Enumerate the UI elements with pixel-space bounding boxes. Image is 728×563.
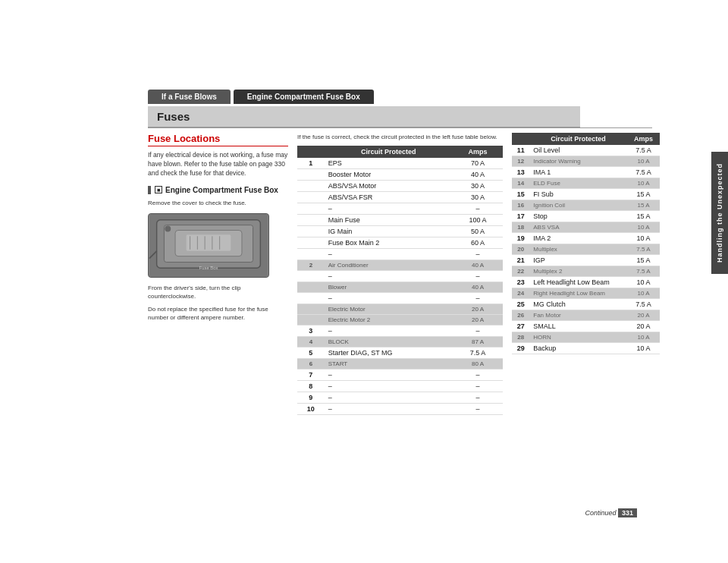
table-cell-num: 11	[512, 145, 529, 156]
table-row: ––	[297, 271, 503, 282]
table-cell-circuit: Main Fuse	[325, 215, 453, 226]
table-cell-amps: 70 A	[453, 158, 503, 169]
table-cell-group: 10	[297, 404, 325, 415]
table-row: 16Ignition Coil15 A	[512, 200, 660, 211]
table-cell-circuit: –	[325, 381, 453, 392]
table-row: Electric Motor 220 A	[297, 315, 503, 326]
engine-compartment-title: ■ Engine Compartment Fuse Box	[148, 186, 288, 194]
table-cell-amps: 20 A	[453, 315, 503, 326]
table-cell-amps: 7.5 A	[627, 145, 660, 156]
table-row: 3––	[297, 326, 503, 337]
table-cell-num: 17	[512, 211, 529, 222]
table-cell-circuit: SMALL	[529, 321, 627, 332]
table-cell-circuit: ELD Fuse	[529, 178, 627, 189]
table-row: 10––	[297, 404, 503, 415]
table-cell-num: 13	[512, 167, 529, 178]
table-cell-group	[297, 169, 325, 181]
table-cell-circuit: –	[325, 249, 453, 260]
engine-sub-text: Remove the cover to check the fuse.	[148, 199, 288, 207]
table-row: ABS/VSA FSR30 A	[297, 192, 503, 203]
table-cell-amps: 30 A	[453, 192, 503, 203]
table-row: 28HORN10 A	[512, 332, 660, 343]
table-row: 5Starter DIAG, ST MG7.5 A	[297, 348, 503, 359]
table-cell-num: 20	[512, 244, 529, 255]
table-cell-amps: 7.5 A	[627, 167, 660, 178]
table-cell-amps: 40 A	[453, 260, 503, 271]
table-cell-num: 29	[512, 343, 529, 354]
table-row: 2Air Conditioner40 A	[297, 260, 503, 271]
table-cell-group	[297, 192, 325, 203]
table-cell-amps: –	[453, 392, 503, 404]
right-sidebar: Handling the Unexpected	[664, 152, 728, 563]
table-cell-group: 6	[297, 359, 325, 370]
table-row: 24Right Headlight Low Beam10 A	[512, 288, 660, 299]
table-cell-num: 18	[512, 222, 529, 233]
table-cell-amps: 7.5 A	[627, 244, 660, 255]
table-cell-amps: 100 A	[453, 215, 503, 226]
table-row: 15FI Sub15 A	[512, 189, 660, 200]
table-row: 7––	[297, 370, 503, 381]
table-cell-circuit: Ignition Coil	[529, 200, 627, 211]
table-cell-circuit: ABS/VSA Motor	[325, 181, 453, 192]
right-table-col-amps: Amps	[627, 133, 660, 145]
table-cell-group	[297, 282, 325, 293]
table-cell-circuit: Indicator Warning	[529, 156, 627, 167]
table-cell-circuit: Stop	[529, 211, 627, 222]
table-cell-amps: 7.5 A	[627, 299, 660, 310]
table-cell-circuit: Fan Motor	[529, 310, 627, 321]
table-row: 25MG Clutch7.5 A	[512, 299, 660, 310]
table-cell-circuit: BLOCK	[325, 337, 453, 348]
table-cell-group: 7	[297, 370, 325, 381]
table-cell-circuit: ABS VSA	[529, 222, 627, 233]
table-cell-group	[297, 293, 325, 304]
table-cell-num: 24	[512, 288, 529, 299]
left-table-col-circuit: Circuit Protected	[325, 146, 453, 158]
table-cell-circuit: START	[325, 359, 453, 370]
table-cell-group	[297, 249, 325, 260]
table-cell-amps: 10 A	[627, 178, 660, 189]
table-cell-group	[297, 304, 325, 315]
fuse-box-note: Do not replace the specified fuse for th…	[148, 305, 288, 322]
table-cell-circuit: Right Headlight Low Beam	[529, 288, 627, 299]
table-cell-num: 15	[512, 189, 529, 200]
table-cell-circuit: Backup	[529, 343, 627, 354]
table-cell-circuit: Left Headlight Low Beam	[529, 277, 627, 288]
table-cell-circuit: –	[325, 404, 453, 415]
table-cell-amps: 10 A	[627, 288, 660, 299]
right-col: Circuit Protected Amps 11Oil Level7.5 A1…	[512, 133, 660, 502]
tab-engine-compartment[interactable]: Engine Compartment Fuse Box	[234, 90, 374, 104]
table-row: 26Fan Motor20 A	[512, 310, 660, 321]
table-row: 19IMA 210 A	[512, 233, 660, 244]
table-row: 29Backup10 A	[512, 343, 660, 354]
top-tabs: If a Fuse Blows Engine Compartment Fuse …	[148, 90, 374, 104]
table-cell-group	[297, 181, 325, 192]
engine-compartment-label: Engine Compartment Fuse Box	[165, 186, 278, 194]
table-cell-amps: –	[453, 203, 503, 215]
table-cell-amps: –	[453, 293, 503, 304]
table-cell-group	[297, 271, 325, 282]
content-area: Fuse Locations If any electrical device …	[148, 133, 660, 502]
table-cell-circuit: Electric Motor 2	[325, 315, 453, 326]
table-cell-num: 26	[512, 310, 529, 321]
table-cell-circuit: –	[325, 203, 453, 215]
table-row: 23Left Headlight Low Beam10 A	[512, 277, 660, 288]
table-cell-amps: 7.5 A	[627, 266, 660, 277]
right-table-col-num	[512, 133, 529, 145]
left-fuse-table: Circuit Protected Amps 1EPS70 ABooster M…	[297, 146, 503, 415]
table-cell-group: 1	[297, 158, 325, 169]
table-row: 27SMALL20 A	[512, 321, 660, 332]
table-cell-amps: 15 A	[627, 211, 660, 222]
table-cell-num: 23	[512, 277, 529, 288]
table-row: 13IMA 17.5 A	[512, 167, 660, 178]
table-row: Blower40 A	[297, 282, 503, 293]
continued-label: Continued	[585, 509, 616, 517]
fuse-locations-title: Fuse Locations	[148, 133, 288, 146]
table-row: 14ELD Fuse10 A	[512, 178, 660, 189]
table-row: ––	[297, 249, 503, 260]
tab-if-fuse-blows[interactable]: If a Fuse Blows	[148, 90, 231, 104]
table-cell-circuit: –	[325, 370, 453, 381]
table-row: 11Oil Level7.5 A	[512, 145, 660, 156]
table-cell-amps: 15 A	[627, 200, 660, 211]
table-cell-amps: 10 A	[627, 222, 660, 233]
table-cell-amps: –	[453, 404, 503, 415]
